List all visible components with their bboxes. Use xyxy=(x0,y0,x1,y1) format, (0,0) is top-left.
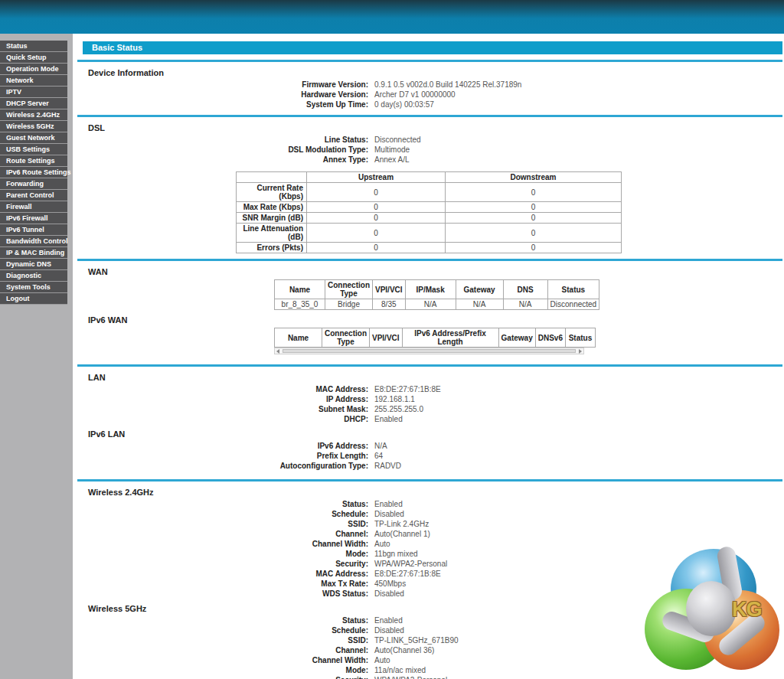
table-cell: 0 xyxy=(307,243,446,253)
field-label: Schedule: xyxy=(77,509,368,519)
field-label: Hardware Version: xyxy=(77,90,368,100)
field-label: Status: xyxy=(77,615,368,625)
sidebar-item-iptv[interactable]: IPTV xyxy=(0,87,67,98)
sidebar-item-ipv6-route-settings[interactable]: IPv6 Route Settings xyxy=(0,167,67,178)
table-cell: N/A xyxy=(405,299,456,310)
field-label: WDS Status: xyxy=(77,589,368,599)
router-admin-page: StatusQuick SetupOperation ModeNetworkIP… xyxy=(0,0,784,679)
field-label: Channel Width: xyxy=(77,539,368,549)
table-row: Errors (Pkts)00 xyxy=(237,243,622,253)
field-label: Mode: xyxy=(77,549,368,559)
field-label: Schedule: xyxy=(77,625,368,635)
divider xyxy=(77,364,782,367)
wan-table: NameConnection TypeVPI/VCIIP/MaskGateway… xyxy=(274,279,599,310)
info-row: Security:WPA/WPA2-Personal xyxy=(77,675,782,679)
sidebar-item-ipv6-tunnel[interactable]: IPv6 Tunnel xyxy=(0,224,67,236)
sidebar-item-firewall[interactable]: Firewall xyxy=(0,201,67,213)
field-label: MAC Address: xyxy=(77,384,368,394)
field-value: Disabled xyxy=(374,509,404,519)
column-header: DNS xyxy=(503,280,547,299)
sidebar-item-network[interactable]: Network xyxy=(0,75,67,87)
section-title: Device Information xyxy=(88,68,782,77)
sidebar-item-bandwidth-control[interactable]: Bandwidth Control xyxy=(0,236,67,247)
column-header: Connection Type xyxy=(322,328,370,348)
info-row: Firmware Version:0.9.1 0.5 v002d.0 Build… xyxy=(77,80,782,90)
field-value: WPA/WPA2-Personal xyxy=(374,559,447,569)
sidebar-item-logout[interactable]: Logout xyxy=(0,293,67,305)
sidebar: StatusQuick SetupOperation ModeNetworkIP… xyxy=(0,34,73,679)
table-row: Current Rate (Kbps)00 xyxy=(237,183,622,202)
field-label: Line Status: xyxy=(77,135,368,145)
field-value: Disconnected xyxy=(374,135,421,145)
info-row: MAC Address:E8:DE:27:67:1B:8E xyxy=(77,569,782,579)
main-content: Basic Status Device Information Firmware… xyxy=(73,34,784,679)
info-row: DSL Modulation Type:Multimode xyxy=(77,145,782,155)
sidebar-item-ip-amp-mac-binding[interactable]: IP & MAC Binding xyxy=(0,247,67,259)
divider xyxy=(77,259,782,261)
info-row: System Up Time:0 day(s) 00:03:57 xyxy=(77,100,782,109)
field-label: DSL Modulation Type: xyxy=(77,145,368,155)
info-row: Hardware Version:Archer D7 v1 00000000 xyxy=(77,90,782,100)
column-header: Upstream xyxy=(307,172,446,183)
info-row: Autoconfiguration Type:RADVD xyxy=(77,461,782,471)
table-cell: br_8_35_0 xyxy=(275,299,325,310)
column-header: IPv6 Address/Prefix Length xyxy=(402,328,498,348)
field-value: 0.9.1 0.5 v002d.0 Build 140225 Rel.37189… xyxy=(374,80,521,90)
field-value: WPA/WPA2-Personal xyxy=(374,675,447,679)
field-label: MAC Address: xyxy=(77,569,368,579)
sidebar-item-status[interactable]: Status xyxy=(0,41,67,52)
field-value: Enabled xyxy=(374,499,403,509)
sidebar-item-system-tools[interactable]: System Tools xyxy=(0,282,67,293)
field-label: Status: xyxy=(77,499,368,509)
sidebar-item-operation-mode[interactable]: Operation Mode xyxy=(0,64,67,75)
sidebar-item-diagnostic[interactable]: Diagnostic xyxy=(0,270,67,282)
field-value: Enabled xyxy=(374,615,403,625)
field-value: 450Mbps xyxy=(374,579,406,589)
field-label: Firmware Version: xyxy=(77,80,368,90)
sidebar-item-forwarding[interactable]: Forwarding xyxy=(0,178,67,190)
sidebar-item-dynamic-dns[interactable]: Dynamic DNS xyxy=(0,259,67,270)
field-value: E8:DE:27:67:1B:8E xyxy=(374,569,441,579)
sidebar-item-route-settings[interactable]: Route Settings xyxy=(0,155,67,167)
table-row: br_8_35_0Bridge8/35N/AN/AN/ADisconnected xyxy=(275,299,599,310)
sidebar-item-dhcp-server[interactable]: DHCP Server xyxy=(0,98,67,109)
scroll-right-button[interactable] xyxy=(577,348,583,354)
sidebar-item-wireless-2-4ghz[interactable]: Wireless 2.4GHz xyxy=(0,109,67,121)
field-value: TP-Link 2.4GHz xyxy=(374,519,429,529)
table-row: Line Attenuation (dB)00 xyxy=(237,224,622,243)
sidebar-item-ipv6-firewall[interactable]: IPv6 Firewall xyxy=(0,213,67,224)
section-ipv6-wan: IPv6 WAN NameConnection TypeVPI/VCIIPv6 … xyxy=(77,315,782,354)
field-value: RADVD xyxy=(374,461,401,471)
table-cell: Max Rate (Kbps) xyxy=(237,202,307,213)
info-row: IP Address:192.168.1.1 xyxy=(77,394,782,404)
scroll-thumb[interactable] xyxy=(283,349,576,353)
sidebar-item-guest-network[interactable]: Guest Network xyxy=(0,132,67,144)
table-cell: Bridge xyxy=(325,299,373,310)
field-label: DHCP: xyxy=(77,414,368,424)
sidebar-item-wireless-5ghz[interactable]: Wireless 5GHz xyxy=(0,121,67,132)
device-information-fields: Firmware Version:0.9.1 0.5 v002d.0 Build… xyxy=(77,80,782,109)
field-value: 192.168.1.1 xyxy=(374,394,415,404)
info-row: Status:Enabled xyxy=(77,615,782,625)
table-header-row: NameConnection TypeVPI/VCIIPv6 Address/P… xyxy=(275,328,596,348)
column-header: DNSv6 xyxy=(535,328,565,348)
table-cell: 0 xyxy=(446,202,622,213)
sidebar-item-usb-settings[interactable]: USB Settings xyxy=(0,144,67,155)
field-value: 0 day(s) 00:03:57 xyxy=(374,100,434,109)
field-value: Auto xyxy=(374,539,390,549)
scroll-left-button[interactable] xyxy=(275,348,282,354)
info-row: Channel Width:Auto xyxy=(77,539,782,549)
column-header: Gateway xyxy=(456,280,503,299)
info-row: Channel:Auto(Channel 1) xyxy=(77,529,782,539)
info-row: SSID:TP-Link 2.4GHz xyxy=(77,519,782,529)
sidebar-item-parent-control[interactable]: Parent Control xyxy=(0,190,67,201)
column-header: Status xyxy=(565,328,595,348)
field-label: Annex Type: xyxy=(77,155,368,165)
field-value: Enabled xyxy=(374,414,403,424)
sidebar-item-quick-setup[interactable]: Quick Setup xyxy=(0,52,67,64)
section-dsl: DSL Line Status:DisconnectedDSL Modulati… xyxy=(77,123,782,253)
field-label: Subnet Mask: xyxy=(77,404,368,414)
section-title: Wireless 2.4GHz xyxy=(88,488,782,497)
section-title: Wireless 5GHz xyxy=(88,604,782,613)
ipv6-wan-table-scrollbar[interactable] xyxy=(274,348,584,354)
